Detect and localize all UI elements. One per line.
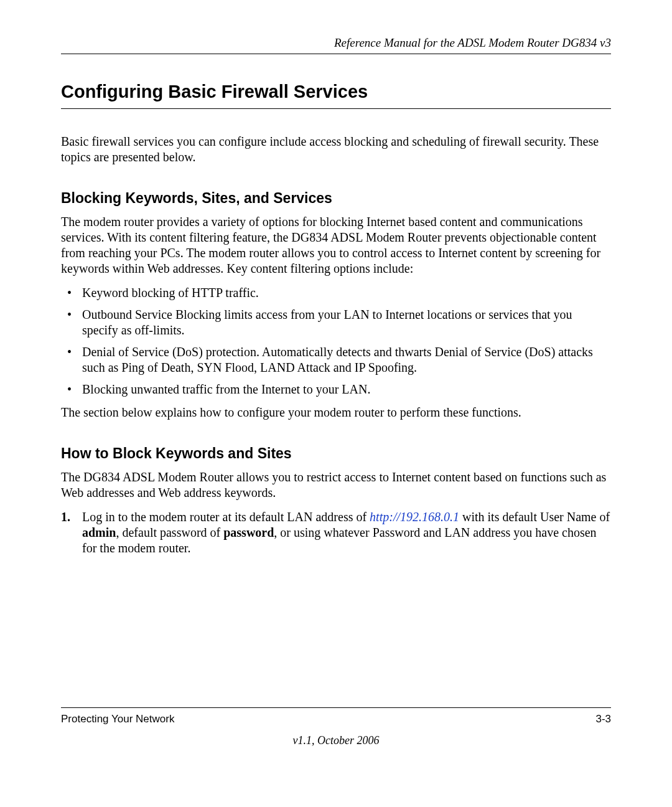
- password-value: password: [223, 526, 274, 539]
- paragraph-closing: The section below explains how to config…: [61, 405, 611, 420]
- heading-2-howto: How to Block Keywords and Sites: [61, 445, 611, 462]
- paragraph-blocking-intro: The modem router provides a variety of o…: [61, 214, 611, 276]
- bullet-item: Blocking unwanted traffic from the Inter…: [61, 382, 611, 397]
- step-number: 1.: [61, 509, 70, 525]
- page-footer: Protecting Your Network 3-3 v1.1, Octobe…: [61, 707, 611, 747]
- bullet-item: Denial of Service (DoS) protection. Auto…: [61, 344, 611, 375]
- intro-paragraph: Basic firewall services you can configur…: [61, 134, 611, 165]
- paragraph-howto-intro: The DG834 ADSL Modem Router allows you t…: [61, 470, 611, 501]
- username-value: admin: [82, 526, 116, 539]
- bullet-item: Keyword blocking of HTTP traffic.: [61, 285, 611, 301]
- bullet-list: Keyword blocking of HTTP traffic. Outbou…: [61, 285, 611, 397]
- login-url-link[interactable]: http://192.168.0.1: [370, 510, 459, 524]
- step-text: , default password of: [116, 526, 223, 539]
- heading-2-blocking: Blocking Keywords, Sites, and Services: [61, 190, 611, 207]
- step-text: Log in to the modem router at its defaul…: [82, 510, 370, 524]
- running-header: Reference Manual for the ADSL Modem Rout…: [61, 36, 611, 54]
- heading-1: Configuring Basic Firewall Services: [61, 82, 611, 109]
- numbered-steps: 1. Log in to the modem router at its def…: [61, 509, 611, 556]
- step-item: 1. Log in to the modem router at its def…: [61, 509, 611, 556]
- footer-page-number: 3-3: [595, 713, 611, 725]
- step-text: with its default User Name of: [459, 510, 610, 524]
- bullet-item: Outbound Service Blocking limits access …: [61, 307, 611, 338]
- footer-version: v1.1, October 2006: [61, 734, 611, 747]
- footer-section-name: Protecting Your Network: [61, 713, 174, 725]
